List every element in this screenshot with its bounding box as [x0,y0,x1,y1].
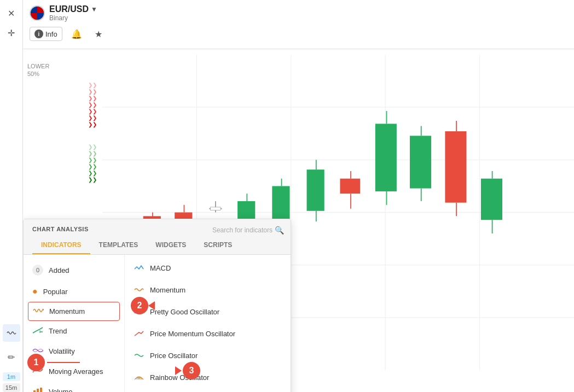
trend-chart-icon [32,326,43,334]
rainbow-icon [134,372,144,383]
svg-rect-23 [272,186,289,220]
volume-icon [32,387,43,392]
indicator-price-osc[interactable]: Price Oscillator [125,344,291,366]
added-count: 0 [32,265,43,276]
momentum-icon [33,307,44,316]
indicator-momentum-label: Momentum [150,286,185,294]
svg-rect-46 [37,389,39,392]
info-row: i Info 🔔 ★ [30,26,567,42]
svg-rect-18 [211,207,221,210]
annotation-2: 2 [131,297,148,314]
indicator-macd[interactable]: MACD [125,257,291,279]
category-volume-label: Volume [49,388,72,392]
volatility-wave-icon [32,347,43,354]
panel-body: 0 Added ● Popular Momentum [24,255,291,392]
tab-scripts[interactable]: SCRIPTS [195,237,241,254]
panel-header: CHART ANALYSIS Search for indicators 🔍 I… [24,219,291,255]
right-indicators: MACD Momentum Pretty Good Oscillator [125,255,291,392]
svg-rect-47 [40,388,42,392]
popular-icon: ● [32,286,38,296]
time-15m-button[interactable]: 15m [3,383,20,392]
search-bar[interactable]: Search for indicators 🔍 [212,226,284,235]
tab-widgets[interactable]: WIDGETS [147,237,195,254]
wave-icon [7,328,16,338]
asset-flag [30,5,45,21]
momentum-wave-icon [33,307,44,314]
star-button[interactable]: ★ [91,26,106,42]
asset-info: EUR/USD ▼ Binary [49,4,97,22]
tabs-row: INDICATORS TEMPLATES WIDGETS SCRIPTS [32,237,282,254]
svg-rect-29 [340,179,360,194]
category-popular-label: Popular [43,288,68,296]
time-1m-button[interactable]: 1m [3,372,20,381]
asset-row: EUR/USD ▼ Binary [30,4,567,22]
category-momentum[interactable]: Momentum [28,302,120,321]
trend-icon [32,326,43,336]
annotation-2-group: 2 [131,297,155,314]
left-categories: 0 Added ● Popular Momentum [24,255,125,392]
volume-bars-icon [32,387,43,392]
search-icon[interactable]: 🔍 [275,226,284,235]
indicator-rainbow[interactable]: Rainbow Oscillator [125,366,291,388]
crosshair-button[interactable]: ✛ [3,24,20,42]
tab-indicators[interactable]: INDICATORS [32,237,90,254]
info-icon: i [34,30,43,38]
annotation-1: 1 [27,354,45,371]
category-trend-label: Trend [49,327,67,335]
indicator-pgo-label: Pretty Good Oscillator [150,308,219,316]
indicator-macd-label: MACD [150,264,171,272]
pmo-icon [134,328,144,339]
category-momentum-label: Momentum [49,307,85,315]
info-button[interactable]: i Info [30,27,62,41]
indicator-pmo[interactable]: Price Momentum Oscillator [125,323,291,344]
asset-name: EUR/USD [49,4,89,14]
svg-rect-26 [307,169,324,211]
svg-rect-35 [410,136,431,188]
macd-icon [134,262,144,273]
close-button[interactable]: ✕ [3,4,20,22]
indicator-price-osc-label: Price Oscillator [150,352,198,360]
top-bar: EUR/USD ▼ Binary i Info 🔔 ★ [23,0,574,49]
pencil-button[interactable]: ✏ [3,348,20,366]
info-label: Info [45,30,57,38]
annotation-arrow-2 [148,301,155,310]
category-added-label: Added [49,266,69,274]
annotation-3-group: 3 [175,362,200,379]
price-osc-icon [134,350,144,361]
category-added[interactable]: 0 Added [24,259,124,281]
tab-templates[interactable]: TEMPLATES [90,237,147,254]
indicator-button[interactable] [3,324,20,342]
asset-type: Binary [49,14,97,22]
category-volume[interactable]: Volume [24,382,124,392]
left-toolbar: ✕ ✛ ✏ 1m 15m [0,0,23,392]
annotation-arrow-1 [47,362,80,363]
bell-button[interactable]: 🔔 [69,26,84,42]
search-placeholder: Search for indicators [212,226,272,234]
indicator-pmo-label: Price Momentum Oscillator [150,330,235,338]
chart-area: LOWER 50% HIGHER 50% ❯❯ ❯❯ ❯❯ ❯❯ ❯❯ ❯❯ ❯… [23,49,574,392]
annotation-3: 3 [183,362,200,379]
momentum-ind-icon [134,284,144,295]
svg-rect-32 [375,124,397,191]
chevron-down-icon[interactable]: ▼ [91,5,97,13]
category-popular[interactable]: ● Popular [24,281,124,302]
indicator-roc[interactable]: Rate of Change [125,388,291,392]
svg-rect-41 [481,179,502,220]
annotation-arrow-3 [175,366,182,375]
category-trend[interactable]: Trend [24,321,124,341]
svg-rect-38 [445,131,466,203]
